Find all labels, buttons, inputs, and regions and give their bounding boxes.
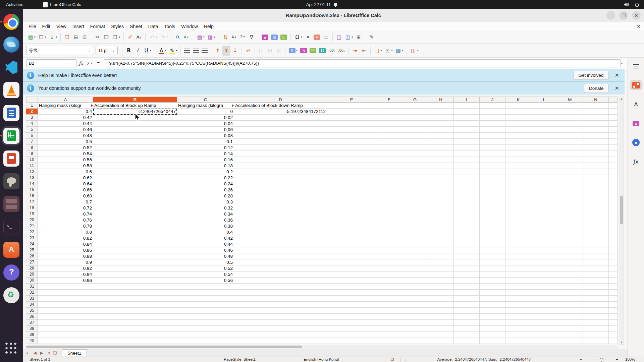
cell-X21[interactable] [609, 223, 618, 229]
cell-K36[interactable] [505, 314, 531, 320]
cell-M8[interactable] [557, 145, 583, 151]
cell-A6[interactable]: 0.48 [38, 133, 93, 139]
row-header-31[interactable]: 31 [26, 284, 38, 290]
cell-D31[interactable] [234, 284, 327, 290]
cell-B36[interactable] [93, 314, 177, 320]
border-color-button[interactable]: ▨▾ [394, 46, 405, 56]
row-header-17[interactable]: 17 [26, 199, 38, 205]
cell-X14[interactable] [609, 181, 618, 187]
highlight-color-button[interactable]: ✎▾ [168, 46, 178, 56]
cell-F24[interactable] [376, 241, 402, 247]
cell-K27[interactable] [505, 259, 531, 265]
cell-N18[interactable] [583, 205, 609, 211]
cell-J19[interactable] [480, 211, 505, 217]
cell-G19[interactable] [402, 211, 428, 217]
row-header-27[interactable]: 27 [26, 259, 38, 265]
autofilter-button[interactable]: ∇ [248, 32, 256, 42]
decrease-indent-button[interactable]: ⇤ [360, 46, 368, 56]
cell-G21[interactable] [402, 223, 428, 229]
cell-X2[interactable] [609, 109, 618, 115]
cell-F20[interactable] [376, 217, 402, 223]
cell-J14[interactable] [480, 181, 505, 187]
cell-M17[interactable] [557, 199, 583, 205]
cell-N5[interactable] [583, 127, 609, 133]
formula-input[interactable]: =9.8*((A2-0.75*SIN(RADIANS(45))-0.25*0.7… [104, 59, 621, 67]
insert-sheet-icon[interactable]: ❏ [52, 351, 58, 355]
chevron-down-icon[interactable]: ⌄ [112, 49, 115, 52]
cell-C25[interactable]: 0.46 [177, 247, 234, 253]
cell-L38[interactable] [531, 326, 557, 332]
cell-A19[interactable]: 0.74 [38, 211, 93, 217]
bold-button[interactable]: B [125, 46, 133, 56]
cell-C27[interactable]: 0.5 [177, 259, 234, 265]
cell-G17[interactable] [402, 199, 428, 205]
cell-B28[interactable] [93, 265, 177, 272]
cell-K15[interactable] [505, 187, 531, 193]
cell-N10[interactable] [583, 157, 609, 163]
add-decimal-place-button[interactable]: .00₊ [327, 46, 336, 56]
cell-A37[interactable] [38, 320, 93, 326]
cell-F26[interactable] [376, 253, 402, 259]
column-header-E[interactable]: E [327, 97, 376, 103]
cell-C39[interactable] [177, 332, 234, 338]
row-header-6[interactable]: 6 [26, 133, 38, 139]
dropdown-arrow-icon[interactable]: ▾ [150, 49, 151, 52]
cell-H21[interactable] [428, 223, 454, 229]
cell-X8[interactable] [609, 145, 618, 151]
cell-B11[interactable] [93, 163, 177, 169]
cell-H36[interactable] [428, 314, 454, 320]
row-header-21[interactable]: 21 [26, 223, 38, 229]
align-center-button[interactable] [192, 46, 200, 56]
cell-N36[interactable] [583, 314, 609, 320]
cell-I1[interactable] [454, 103, 480, 109]
vertical-scrollbar[interactable]: ▲ ▼ [619, 97, 624, 345]
cell-I6[interactable] [454, 133, 480, 139]
row-header-28[interactable]: 28 [26, 265, 38, 272]
restore-button[interactable]: ❐ [619, 11, 628, 20]
cell-K4[interactable] [505, 121, 531, 127]
cell-A32[interactable] [38, 290, 93, 296]
save-button[interactable]: ↓▾ [48, 32, 58, 42]
cell-E19[interactable] [327, 211, 376, 217]
cell-D29[interactable] [234, 272, 327, 278]
sort-ascending-button[interactable]: A↓ [230, 32, 238, 42]
cell-D32[interactable] [234, 290, 327, 296]
cell-M21[interactable] [557, 223, 583, 229]
row-header-29[interactable]: 29 [26, 272, 38, 278]
gallery-tab[interactable]: ▲ [630, 118, 642, 128]
cell-A11[interactable]: 0.58 [38, 163, 93, 169]
format-date-button[interactable]: 15 [318, 46, 327, 56]
dock-app-grid[interactable] [3, 341, 19, 357]
cell-A29[interactable]: 0.94 [38, 272, 93, 278]
cell-I39[interactable] [454, 332, 480, 338]
cell-F18[interactable] [376, 205, 402, 211]
cell-K13[interactable] [505, 175, 531, 181]
cell-X27[interactable] [609, 259, 618, 265]
cell-A3[interactable]: 0.42 [38, 115, 93, 121]
cell-I37[interactable] [454, 320, 480, 326]
cell-C9[interactable]: 0.14 [177, 151, 234, 157]
cell-D17[interactable] [234, 199, 327, 205]
cell-G35[interactable] [402, 308, 428, 314]
dock-vlc[interactable] [3, 82, 19, 98]
cell-F16[interactable] [376, 193, 402, 199]
cell-I31[interactable] [454, 284, 480, 290]
cell-I22[interactable] [454, 229, 480, 235]
cell-B32[interactable] [93, 290, 177, 296]
cell-E12[interactable] [327, 169, 376, 175]
column-header-A[interactable]: A [38, 97, 93, 103]
cell-C14[interactable]: 0.24 [177, 181, 234, 187]
row-header-2[interactable]: 2 [26, 109, 38, 115]
cell-X16[interactable] [609, 193, 618, 199]
cell-C33[interactable] [177, 296, 234, 302]
cell-N11[interactable] [583, 163, 609, 169]
insert-image-button[interactable]: ▲ [261, 32, 269, 42]
cell-M26[interactable] [557, 253, 583, 259]
cell-X34[interactable] [609, 302, 618, 308]
cell-X28[interactable] [609, 265, 618, 272]
cell-L36[interactable] [531, 314, 557, 320]
cell-K25[interactable] [505, 247, 531, 253]
row-header-11[interactable]: 11 [26, 163, 38, 169]
cell-D23[interactable] [234, 235, 327, 241]
cell-E10[interactable] [327, 157, 376, 163]
